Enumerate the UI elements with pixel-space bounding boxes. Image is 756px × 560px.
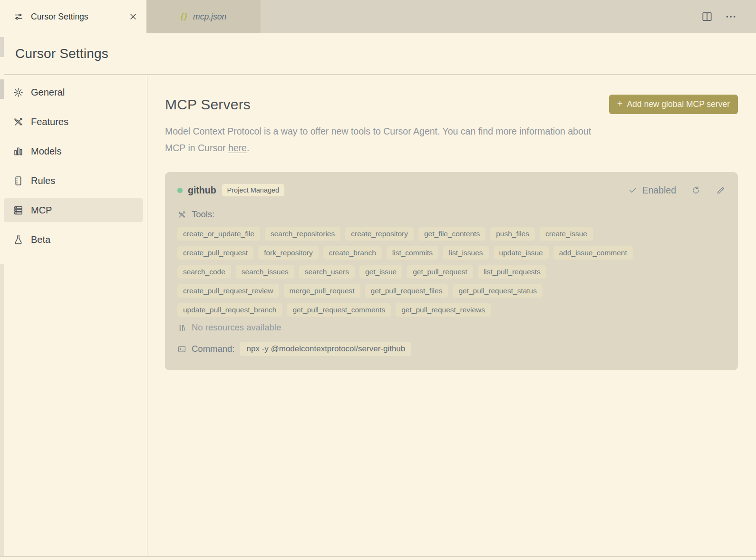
window-left-edge-lower: [0, 264, 4, 556]
refresh-button[interactable]: [691, 185, 701, 195]
library-icon: [177, 323, 186, 332]
command-label: Command:: [192, 344, 234, 354]
enabled-status: Enabled: [642, 185, 676, 196]
pencil-icon: [716, 185, 726, 195]
edit-button[interactable]: [716, 185, 726, 195]
tools-icon: [177, 210, 186, 219]
sidebar-item-label: MCP: [31, 205, 52, 216]
sidebar-item-general[interactable]: General: [3, 80, 143, 104]
window-left-edge: [0, 0, 4, 556]
tool-row: search_codesearch_issuessearch_usersget_…: [177, 265, 726, 279]
more-actions-button[interactable]: [725, 10, 737, 23]
tools-label: Tools:: [192, 209, 214, 220]
tool-tag: list_issues: [443, 246, 489, 260]
tool-tag: create_or_update_file: [177, 227, 260, 241]
mcp-server-card-github: github Project Managed Enabled Tools: cr…: [165, 172, 738, 370]
tool-tag: search_issues: [236, 265, 294, 279]
here-link[interactable]: here: [228, 143, 247, 153]
sidebar-item-models[interactable]: Models: [3, 139, 143, 163]
check-icon: [628, 185, 638, 195]
tool-row: create_or_update_filesearch_repositories…: [177, 227, 726, 241]
tool-row: create_pull_requestfork_repositorycreate…: [177, 246, 726, 260]
tool-tag: search_repositories: [265, 227, 340, 241]
tool-tag: fork_repository: [258, 246, 319, 260]
tool-row: update_pull_request_branchget_pull_reque…: [177, 303, 726, 317]
split-editor-button[interactable]: [701, 10, 713, 23]
settings-sidebar: GeneralFeaturesModelsRulesMCPBeta: [0, 75, 147, 556]
braces-icon: {}: [181, 12, 188, 21]
tab-strip: [261, 0, 756, 33]
tab-cursor-settings[interactable]: Cursor Settings: [4, 0, 146, 33]
tool-tag: create_issue: [540, 227, 593, 241]
editor-tab-bar: Cursor Settings {} mcp.json: [0, 0, 756, 33]
tool-tag: list_commits: [387, 246, 438, 260]
more-icon: [725, 10, 737, 23]
sidebar-item-rules[interactable]: Rules: [3, 169, 143, 193]
tool-tag: create_repository: [345, 227, 414, 241]
sidebar-item-label: General: [31, 87, 65, 98]
mcp-settings-panel: MCP Servers + Add new global MCP server …: [147, 75, 756, 556]
sidebar-item-label: Beta: [31, 234, 50, 245]
tool-tag: update_pull_request_branch: [177, 303, 282, 317]
terminal-icon: [177, 345, 186, 354]
bottom-strip: [0, 556, 756, 560]
settings-header: Cursor Settings: [0, 33, 756, 75]
tool-tags: create_or_update_filesearch_repositories…: [177, 227, 726, 317]
cursor-settings-window: Cursor Settings {} mcp.json Cursor Setti…: [0, 0, 756, 560]
window-left-edge-segment: [0, 37, 4, 57]
sidebar-item-mcp[interactable]: MCP: [3, 198, 143, 222]
tool-tag: add_issue_comment: [553, 246, 633, 260]
close-icon[interactable]: [128, 12, 138, 21]
server-name: github: [188, 185, 216, 196]
tool-tag: get_pull_request: [407, 265, 473, 279]
refresh-icon: [691, 185, 701, 195]
tool-tag: get_pull_request_status: [453, 284, 543, 298]
flask-icon: [13, 234, 24, 245]
rules-icon: [13, 175, 24, 186]
tool-tag: search_code: [177, 265, 231, 279]
tool-tag: get_file_contents: [418, 227, 485, 241]
tool-tag: get_issue: [359, 265, 402, 279]
tab-label: Cursor Settings: [31, 12, 121, 22]
window-left-edge-segment: [0, 79, 4, 99]
add-button-label: Add new global MCP server: [627, 99, 730, 109]
sidebar-item-features[interactable]: Features: [3, 110, 143, 134]
sliders-icon: [13, 11, 24, 22]
tool-tag: create_branch: [323, 246, 382, 260]
tool-tag: update_issue: [494, 246, 549, 260]
tool-tag: merge_pull_request: [284, 284, 360, 298]
tool-tag: create_pull_request: [177, 246, 253, 260]
tools-icon: [13, 116, 24, 127]
tool-tag: search_users: [299, 265, 355, 279]
command-value: npx -y @modelcontextprotocol/server-gith…: [240, 342, 411, 356]
tool-tag: create_pull_request_review: [177, 284, 279, 298]
project-managed-badge: Project Managed: [222, 184, 285, 196]
page-title: MCP Servers: [165, 97, 251, 113]
tab-label: mcp.json: [193, 12, 226, 22]
tool-tag: push_files: [490, 227, 535, 241]
gear-icon: [13, 87, 24, 98]
split-editor-icon: [701, 10, 713, 23]
tab-mcp-json[interactable]: {} mcp.json: [146, 0, 261, 33]
add-global-mcp-server-button[interactable]: + Add new global MCP server: [609, 95, 738, 114]
mcp-description: Model Context Protocol is a way to offer…: [165, 123, 738, 156]
sidebar-item-label: Features: [31, 116, 68, 127]
tool-tag: list_pull_requests: [478, 265, 546, 279]
server-icon: [13, 205, 24, 216]
server-status-dot: [177, 188, 183, 193]
tool-tag: get_pull_request_comments: [287, 303, 391, 317]
sidebar-item-beta[interactable]: Beta: [3, 228, 143, 251]
sidebar-item-label: Models: [31, 146, 61, 157]
bar-chart-icon: [13, 146, 24, 157]
settings-title: Cursor Settings: [15, 46, 108, 61]
resources-text: No resources available: [192, 322, 281, 333]
plus-icon: +: [617, 98, 623, 109]
tool-row: create_pull_request_reviewmerge_pull_req…: [177, 284, 726, 298]
sidebar-item-label: Rules: [31, 175, 55, 186]
tool-tag: get_pull_request_files: [365, 284, 448, 298]
tool-tag: get_pull_request_reviews: [396, 303, 491, 317]
